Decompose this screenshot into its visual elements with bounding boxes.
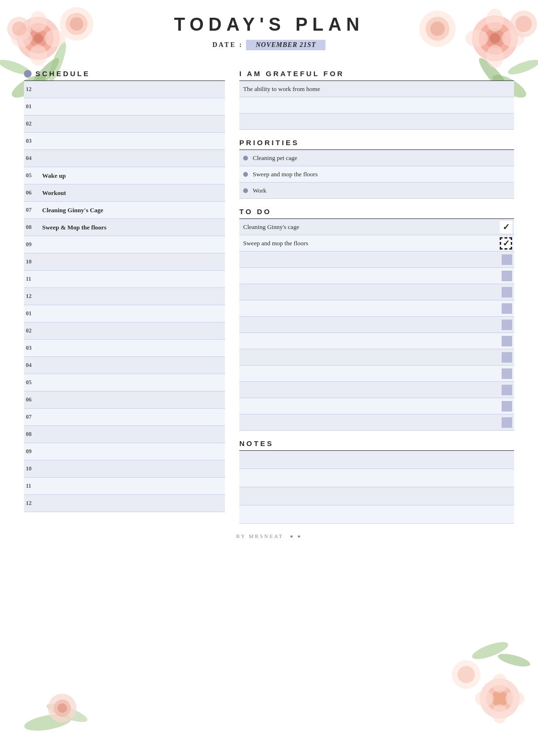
todo-checkbox-empty [502,336,512,346]
schedule-row: 03 [24,340,225,357]
hour-label: 04 [24,362,38,369]
hour-label: 05 [24,379,38,386]
todo-checkbox[interactable]: ✓ [500,221,512,233]
todo-row [239,317,514,333]
hour-label: 02 [24,327,38,334]
todo-row [239,398,514,414]
todo-checkbox-empty [502,417,512,428]
priority-row: Cleaning pet cage [239,150,514,166]
hour-label: 11 [24,482,38,490]
schedule-event: Wake up [38,172,66,180]
priorities-section: PRIORITIES Cleaning pet cage Sweep and m… [239,138,514,199]
svg-point-41 [505,691,525,706]
svg-point-46 [48,694,77,722]
todo-checkbox-empty [502,303,512,314]
svg-point-33 [470,639,510,663]
hour-label: 10 [24,258,38,265]
hour-label: 04 [24,155,38,162]
todo-row [239,252,514,268]
page-title: TODAY'S PLAN [24,14,514,35]
schedule-row: 01 [24,305,225,322]
todo-checkbox-empty [502,287,512,298]
hour-label: 12 [24,293,38,300]
schedule-row: 06 Workout [24,184,225,202]
notes-row [239,505,514,524]
todo-checkbox-empty [502,320,512,330]
notes-title: NOTES [239,439,514,447]
right-column: I AM GRATEFUL FOR The ability to work fr… [239,65,514,524]
svg-point-48 [57,703,67,713]
schedule-row: 05 [24,374,225,391]
schedule-section: SCHEDULE 12 01 02 03 04 05 Wake up 06 Wo… [24,69,225,512]
hour-label: 08 [24,431,38,438]
todo-checkbox-empty [502,385,512,395]
todo-row [239,382,514,398]
notes-section: NOTES [239,439,514,524]
priority-text: Sweep and mop the floors [253,171,318,178]
todo-row [239,366,514,382]
svg-point-36 [486,685,513,712]
grateful-row [239,97,514,114]
hour-label: 12 [24,86,38,93]
schedule-event: Sweep & Mop the floors [38,224,106,231]
priority-dot [243,188,248,193]
schedule-row: 07 [24,409,225,426]
left-column: SCHEDULE 12 01 02 03 04 05 Wake up 06 Wo… [24,65,225,524]
priority-dot [243,172,248,177]
notes-row [239,469,514,487]
svg-point-40 [475,691,494,706]
hour-label: 01 [24,310,38,317]
svg-point-38 [492,674,507,693]
schedule-row: 11 [24,271,225,288]
hour-label: 07 [24,206,38,214]
schedule-row: 04 [24,150,225,167]
schedule-row: 04 [24,357,225,374]
schedule-row: 01 [24,98,225,115]
schedule-event: Workout [38,189,66,197]
todo-row [239,349,514,366]
date-label: DATE : [213,41,243,48]
page-header: TODAY'S PLAN DATE : November 21st [24,0,514,55]
hour-label: 06 [24,189,38,196]
hour-label: 11 [24,275,38,283]
hour-label: 02 [24,120,38,127]
todo-row [239,333,514,349]
notes-list [239,451,514,524]
hour-label: 03 [24,344,38,352]
priority-dot [243,156,248,160]
todo-checkbox-empty [502,401,512,412]
todo-row [239,268,514,284]
todo-checkbox[interactable]: ✓ [500,237,512,250]
todo-text: Sweep and mop the floors [241,240,500,247]
todo-row [239,414,514,431]
todo-row [239,284,514,300]
schedule-row: 12 [24,288,225,305]
grateful-text: The ability to work from home [243,85,320,93]
priority-row: Sweep and mop the floors [239,166,514,183]
notes-row [239,487,514,505]
schedule-row: 10 [24,253,225,271]
hour-label: 12 [24,500,38,507]
hour-label: 05 [24,172,38,179]
grateful-row [239,114,514,130]
schedule-row: 02 [24,322,225,340]
date-value: November 21st [246,40,325,50]
priorities-title: PRIORITIES [239,138,514,147]
todo-row [239,300,514,317]
notes-row [239,451,514,469]
svg-point-39 [492,704,507,723]
priority-row: Work [239,183,514,199]
hour-label: 08 [24,224,38,231]
footer: BY MRSNEAT ● ● [24,533,514,539]
todo-checkbox-empty [502,271,512,281]
hour-label: 09 [24,241,38,248]
hour-label: 09 [24,448,38,455]
schedule-row: 12 [24,495,225,512]
svg-point-37 [492,690,508,707]
todo-checkbox-empty [502,368,512,379]
hour-label: 10 [24,465,38,472]
grateful-title: I AM GRATEFUL FOR [239,69,514,78]
schedule-row: 11 [24,478,225,495]
svg-point-45 [45,700,90,725]
priority-text: Work [253,187,267,195]
